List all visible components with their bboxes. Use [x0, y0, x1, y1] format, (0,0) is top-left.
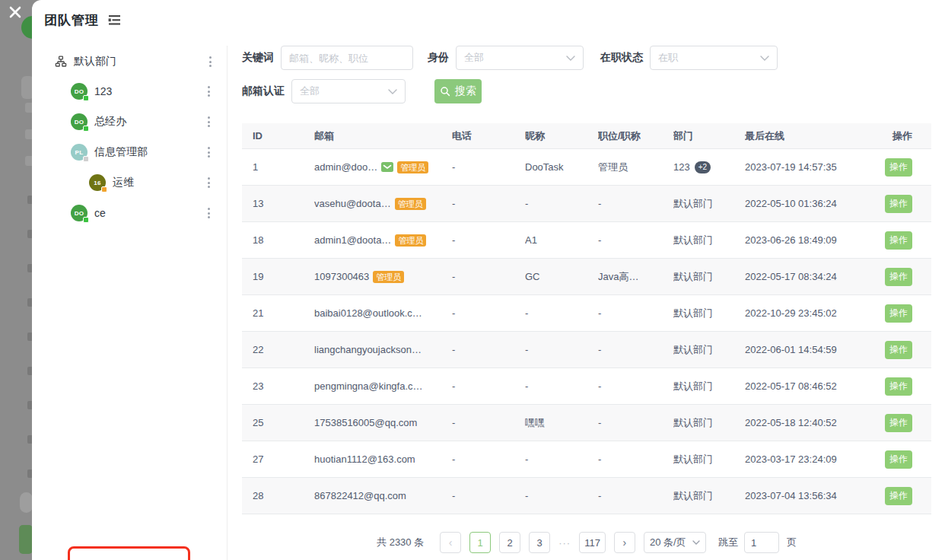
employment-status-select[interactable]: 在职 [650, 46, 778, 70]
department-avatar: PL [71, 144, 88, 161]
column-header-department: 部门 [673, 129, 745, 143]
cell-last-online: 2023-06-26 18:49:09 [745, 234, 885, 246]
page-button-2[interactable]: 2 [499, 532, 520, 553]
cell-department: 默认部门 [673, 343, 745, 357]
cell-last-online: 2022-05-18 12:40:52 [745, 417, 885, 428]
identity-select[interactable]: 全部 [456, 46, 584, 70]
chevron-down-icon [388, 89, 397, 94]
cell-department: 默认部门 [673, 307, 745, 320]
sidebar-item-root-department[interactable]: 默认部门 [32, 50, 227, 73]
department-label: 运维 [113, 176, 134, 189]
prev-page-button[interactable]: ‹ [440, 532, 461, 553]
row-action-button[interactable]: 操作 [885, 304, 912, 323]
cell-phone: - [452, 453, 525, 465]
sidebar-item-label: 默认部门 [74, 55, 116, 68]
cell-nickname: - [525, 198, 598, 209]
column-header-email: 邮箱 [314, 129, 452, 143]
row-action-button[interactable]: 操作 [885, 158, 912, 177]
cell-position: - [598, 380, 673, 392]
department-text: 123 [673, 161, 690, 173]
sidebar-department-item[interactable]: PL 信息管理部 [32, 137, 227, 167]
more-menu-icon[interactable] [205, 144, 213, 161]
admin-role-badge: 管理员 [395, 234, 426, 247]
sidebar-department-item[interactable]: DO ce [32, 198, 227, 228]
cell-email: admin1@doota… 管理员 [314, 234, 452, 247]
more-menu-icon[interactable] [205, 205, 213, 221]
cell-position: - [598, 198, 673, 209]
row-action-button[interactable]: 操作 [885, 487, 912, 505]
cell-nickname: - [525, 344, 598, 355]
email-text: 867822412@qq.com [314, 490, 406, 501]
sidebar-department-item[interactable]: 16 运维 [32, 167, 227, 198]
cell-phone: - [452, 234, 525, 246]
cell-department: 默认部门 [673, 489, 745, 503]
table-header: ID 邮箱 电话 昵称 职位/职称 部门 最后在线 操作 [242, 123, 931, 149]
more-menu-icon[interactable] [205, 113, 213, 130]
page-size-select[interactable]: 20 条/页 [644, 532, 706, 553]
cell-department: 默认部门 [673, 270, 745, 284]
department-text: 默认部门 [673, 234, 713, 247]
cell-id: 1 [242, 161, 314, 173]
cell-position: - [598, 307, 673, 319]
table-row: 1 admin@doo… 管理员 - DooTask 管理员 123 +2 20… [242, 149, 931, 186]
row-action-button[interactable]: 操作 [885, 450, 912, 469]
more-menu-icon[interactable] [205, 83, 213, 100]
table-row: 18 admin1@doota… 管理员 - A1 - 默认部门 2023-06… [242, 222, 931, 259]
employment-status-label: 在职状态 [600, 51, 643, 65]
page-button-1[interactable]: 1 [469, 532, 491, 553]
pagination-total: 共 2330 条 [377, 536, 424, 549]
jump-to-page-input[interactable] [744, 532, 779, 553]
page-button-3[interactable]: 3 [529, 532, 550, 553]
chevron-down-icon [566, 56, 575, 61]
row-action-button[interactable]: 操作 [885, 377, 912, 396]
table-row: 22 liangchangyoujackson… - - - 默认部门 2022… [242, 332, 931, 368]
cell-phone: - [452, 380, 525, 392]
cell-nickname: 嘿嘿 [525, 416, 598, 430]
cell-position: - [598, 234, 673, 246]
row-action-button[interactable]: 操作 [885, 341, 912, 359]
page-button-117[interactable]: 117 [579, 532, 606, 553]
cell-department: 默认部门 [673, 453, 745, 466]
sitemap-icon [55, 56, 67, 68]
cell-position: - [598, 490, 673, 501]
more-menu-icon[interactable] [205, 174, 213, 191]
email-verify-select[interactable]: 全部 [291, 79, 406, 103]
keyword-input[interactable] [281, 46, 413, 70]
cell-phone: - [452, 271, 525, 282]
row-action-button[interactable]: 操作 [885, 195, 912, 213]
cell-id: 13 [242, 198, 314, 209]
cell-last-online: 2022-06-01 14:54:59 [745, 344, 885, 355]
cell-last-online: 2023-07-19 14:57:35 [745, 161, 885, 173]
more-menu-icon[interactable] [206, 53, 215, 70]
search-button-label: 搜索 [455, 84, 476, 98]
row-action-button[interactable]: 操作 [885, 268, 912, 286]
cell-last-online: 2023-03-17 23:24:09 [745, 453, 885, 465]
department-text: 默认部门 [673, 416, 713, 430]
cell-nickname: - [525, 453, 598, 465]
divider [227, 46, 228, 560]
search-button[interactable]: 搜索 [434, 79, 482, 103]
column-header-nickname: 昵称 [525, 129, 598, 143]
menu-unfold-icon[interactable] [107, 14, 122, 27]
sidebar-department-item[interactable]: DO 总经办 [32, 107, 227, 137]
cell-nickname: GC [525, 271, 598, 282]
cell-email: 1097300463 管理员 [314, 271, 452, 283]
row-action-button[interactable]: 操作 [885, 231, 912, 250]
next-page-button[interactable]: › [614, 532, 635, 553]
admin-role-badge: 管理员 [397, 161, 428, 173]
department-text: 默认部门 [673, 197, 713, 211]
close-icon[interactable] [8, 5, 23, 20]
row-action-button[interactable]: 操作 [885, 414, 912, 432]
department-text: 默认部门 [673, 453, 713, 466]
cell-email: pengmingna@kingfa.c… [314, 380, 452, 392]
cell-email: admin@doo… 管理员 [314, 161, 452, 173]
page-buttons: 123···117 [461, 532, 606, 553]
cell-position: - [598, 417, 673, 428]
sidebar-department-item[interactable]: DO 123 [32, 76, 227, 107]
cell-id: 28 [242, 490, 314, 501]
table-row: 23 pengmingna@kingfa.c… - - - 默认部门 2022-… [242, 368, 931, 405]
table-row: 25 17538516005@qq.com - 嘿嘿 - 默认部门 2022-0… [242, 405, 931, 441]
department-label: 信息管理部 [94, 145, 148, 159]
column-header-id: ID [242, 130, 314, 142]
email-text: pengmingna@kingfa.c… [314, 380, 423, 392]
